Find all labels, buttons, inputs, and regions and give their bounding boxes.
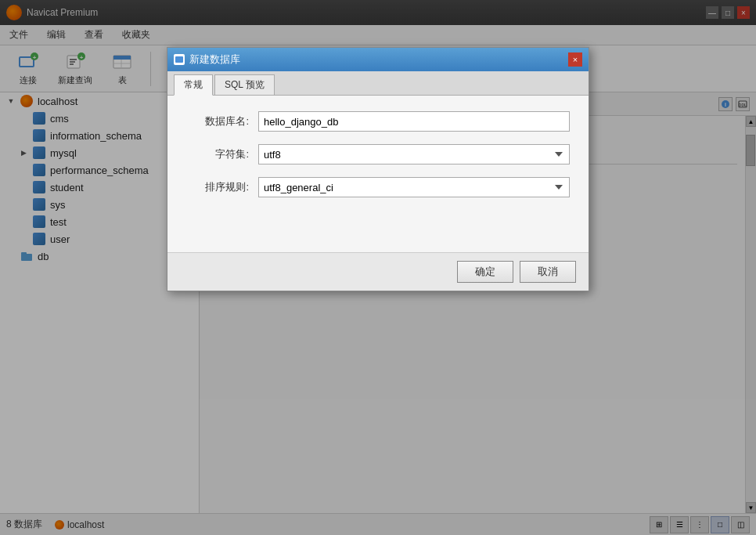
form-label-charset: 字符集: <box>186 147 249 161</box>
modal-tab-sql-preview[interactable]: SQL 预览 <box>214 74 275 95</box>
charset-select[interactable]: utf8 utf8mb4 latin1 gbk <box>258 144 570 164</box>
form-label-dbname: 数据库名: <box>186 114 249 128</box>
modal-tabs: 常规 SQL 预览 <box>167 71 589 96</box>
form-row-dbname: 数据库名: <box>186 111 570 132</box>
db-name-input[interactable] <box>258 111 570 132</box>
modal-footer: 确定 取消 <box>167 252 589 291</box>
modal-close-button[interactable]: × <box>568 52 582 67</box>
modal-tab-general[interactable]: 常规 <box>174 74 213 96</box>
cancel-button[interactable]: 取消 <box>520 261 576 283</box>
modal-title-icon <box>174 54 185 65</box>
new-database-modal: 新建数据库 × 常规 SQL 预览 数据库名: 字符集: utf8 utf8mb… <box>167 47 589 291</box>
form-row-charset: 字符集: utf8 utf8mb4 latin1 gbk <box>186 144 570 164</box>
collation-select[interactable]: utf8_general_ci utf8_unicode_ci utf8_bin <box>258 177 570 197</box>
modal-body: 数据库名: 字符集: utf8 utf8mb4 latin1 gbk 排序规则:… <box>167 96 589 252</box>
form-label-collation: 排序规则: <box>186 180 249 194</box>
modal-title: 新建数据库 <box>189 52 563 67</box>
confirm-button[interactable]: 确定 <box>457 261 513 283</box>
modal-overlay: 新建数据库 × 常规 SQL 预览 数据库名: 字符集: utf8 utf8mb… <box>0 0 756 535</box>
form-row-collation: 排序规则: utf8_general_ci utf8_unicode_ci ut… <box>186 177 570 197</box>
modal-titlebar: 新建数据库 × <box>167 48 589 71</box>
